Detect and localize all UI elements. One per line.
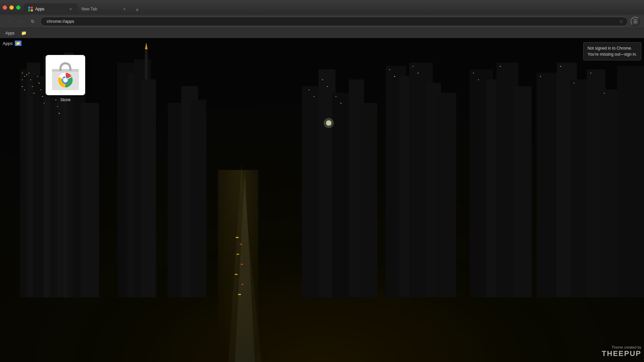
svg-rect-73: [235, 274, 237, 275]
svg-rect-2: [28, 9, 30, 11]
bookmark-folder-icon: 📁: [21, 31, 26, 36]
svg-rect-1: [31, 7, 33, 9]
svg-rect-77: [314, 96, 315, 97]
svg-rect-91: [574, 83, 575, 83]
bookmark-folder[interactable]: 📁: [18, 30, 29, 36]
theme-credit-brand: THEEPUP: [602, 349, 641, 358]
tabs-area: Apps × New Tab × +: [24, 0, 641, 15]
svg-rect-81: [340, 103, 341, 104]
svg-rect-28: [359, 103, 377, 297]
svg-point-95: [324, 118, 334, 128]
svg-rect-97: [52, 69, 79, 72]
svg-rect-44: [22, 73, 23, 73]
svg-rect-46: [22, 79, 23, 80]
apps-shortcut-label[interactable]: Apps: [3, 41, 13, 46]
svg-rect-84: [413, 66, 414, 67]
svg-rect-86: [473, 73, 474, 73]
svg-rect-58: [44, 103, 45, 104]
title-bar: Apps × New Tab × +: [0, 0, 644, 15]
tab-apps[interactable]: Apps ×: [24, 3, 77, 15]
svg-rect-0: [28, 7, 30, 9]
svg-rect-43: [617, 66, 644, 297]
bookmark-star-icon[interactable]: ☆: [619, 19, 624, 24]
svg-rect-18: [141, 79, 156, 297]
svg-rect-3: [31, 9, 33, 11]
svg-rect-23: [191, 100, 206, 297]
svg-rect-79: [327, 86, 328, 87]
chrome-web-store-icon: [46, 55, 85, 95]
svg-rect-93: [604, 93, 605, 94]
svg-rect-85: [418, 73, 419, 73]
back-button[interactable]: ←: [4, 17, 13, 26]
tab-title-new: New Tab: [82, 7, 120, 11]
svg-rect-47: [26, 74, 27, 75]
url-display: chrome://apps: [47, 19, 617, 24]
svg-rect-78: [322, 79, 323, 80]
svg-rect-87: [478, 79, 479, 80]
svg-rect-88: [500, 66, 501, 67]
reload-button[interactable]: ↻: [28, 17, 38, 26]
svg-rect-55: [39, 83, 40, 83]
svg-rect-33: [436, 93, 456, 297]
toolbar: ← → ↻ chrome://apps ☆ ☰: [0, 15, 644, 28]
close-button[interactable]: [3, 5, 7, 10]
theme-credit-prefix: Theme created by: [611, 345, 641, 349]
svg-rect-72: [241, 264, 243, 265]
bookmarks-bar: Apps 📁: [0, 28, 644, 38]
bookmark-apps-label: Apps: [5, 31, 14, 36]
bookmark-apps[interactable]: Apps: [3, 30, 17, 36]
svg-rect-14: [80, 103, 99, 297]
theme-credit: Theme created by THEEPUP: [602, 345, 641, 358]
chrome-web-store-app[interactable]: Store: [44, 55, 87, 102]
chrome-window: Apps × New Tab × + ← → ↻ chrome://apps ☆…: [0, 0, 644, 362]
svg-rect-89: [540, 76, 541, 77]
svg-rect-53: [34, 93, 35, 94]
main-content: Apps 📁: [0, 38, 644, 362]
apps-folder-icon[interactable]: 📁: [15, 41, 21, 46]
toolbar-right: ☰: [631, 17, 640, 26]
svg-rect-80: [335, 96, 336, 97]
svg-rect-68: [218, 170, 258, 362]
city-background: [0, 38, 644, 362]
new-tab-button[interactable]: +: [132, 5, 142, 15]
svg-rect-64: [57, 106, 58, 107]
svg-rect-65: [59, 113, 60, 114]
notification-line2: You're missing out—sign in.: [588, 51, 637, 57]
chrome-menu-button[interactable]: ☰: [631, 17, 640, 26]
svg-rect-75: [238, 294, 241, 295]
svg-rect-74: [241, 284, 244, 285]
svg-rect-76: [309, 89, 310, 90]
tab-close-apps[interactable]: ×: [68, 6, 73, 12]
svg-rect-54: [37, 76, 38, 77]
svg-rect-90: [560, 66, 561, 67]
svg-rect-70: [240, 244, 242, 245]
svg-rect-69: [236, 237, 238, 238]
svg-rect-19: [145, 49, 148, 79]
tab-title-apps: Apps: [35, 7, 66, 11]
sign-in-notification[interactable]: Not signed in to Chrome. You're missing …: [583, 42, 641, 60]
svg-rect-48: [22, 86, 23, 87]
store-icon-svg: [49, 58, 82, 92]
omnibox[interactable]: chrome://apps ☆: [40, 17, 628, 26]
app-icon-background: [46, 55, 85, 95]
svg-rect-57: [42, 96, 43, 97]
tab-favicon-apps: [28, 6, 33, 12]
apps-shortcut-bar: Apps 📁: [0, 38, 644, 48]
svg-rect-71: [236, 254, 239, 255]
maximize-button[interactable]: [16, 5, 20, 10]
svg-rect-82: [389, 69, 390, 70]
svg-rect-92: [590, 73, 591, 73]
forward-button[interactable]: →: [16, 17, 25, 26]
svg-rect-50: [29, 73, 30, 73]
notification-line1: Not signed in to Chrome.: [588, 45, 637, 51]
svg-rect-83: [394, 76, 395, 77]
store-app-label: Store: [60, 97, 70, 102]
svg-rect-51: [30, 79, 31, 80]
minimize-button[interactable]: [9, 5, 14, 10]
traffic-lights: [3, 5, 20, 10]
svg-rect-52: [32, 86, 33, 87]
svg-rect-56: [40, 89, 41, 90]
svg-rect-37: [513, 86, 532, 297]
tab-new-tab[interactable]: New Tab ×: [77, 3, 131, 15]
tab-close-new[interactable]: ×: [122, 6, 127, 12]
